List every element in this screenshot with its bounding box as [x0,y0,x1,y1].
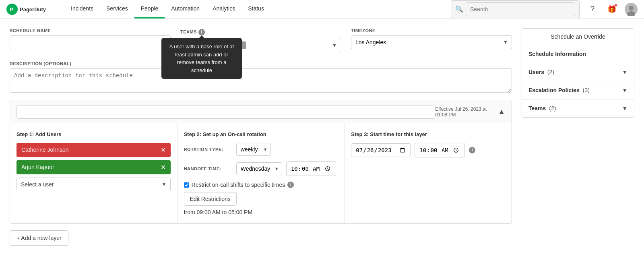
escalation-section-header[interactable]: Escalation Policies (3) ▼ [522,81,634,99]
teams-label-row: TEAMS i A user with a base role of at le… [180,28,341,35]
restrict-checkbox[interactable] [184,182,189,188]
gift-badge [614,4,617,7]
select-user-wrapper: Select a user ▼ [17,178,171,191]
step2-col: Step 2: Set up an On-call rotation ROTAT… [178,123,345,224]
rotation-type-select-wrapper: weekly daily custom ▼ [236,143,271,156]
restrict-info-icon[interactable]: i [287,182,294,188]
search-icon: 🔍 [455,5,463,13]
svg-text:P: P [10,6,13,12]
rotation-type-row: ROTATION TYPE: weekly daily custom ▼ [184,143,338,156]
svg-text:PagerDuty: PagerDuty [20,6,46,12]
gift-button[interactable]: 🎁 [605,3,618,16]
restrict-label: Restrict on-call shifts to specific time… [192,182,285,188]
select-user-dropdown[interactable]: Select a user [17,178,171,191]
search-bar: 🔍 [451,0,580,18]
step1-title: Step 1: Add Users [17,131,171,137]
teams-section: Teams (2) ▼ [522,99,634,117]
users-section-title: Users (2) [528,69,554,75]
nav-status[interactable]: Status [242,0,270,19]
nav-services[interactable]: Services [100,0,134,19]
main-content: SCHEDULE NAME [KS] Scribe Primary TEAMS … [0,19,644,255]
layer-effective-text: Effective Jul 26, 2023 at 01:08 PM [435,106,498,118]
top-nav: P PagerDuty Incidents Services People Au… [0,0,644,19]
users-section-chevron-icon: ▼ [622,69,627,75]
teams-input[interactable]: Executive Stakeholders ▼ [180,38,341,53]
schedule-override-button[interactable]: Schedule an Override [522,29,634,45]
nav-people[interactable]: People [134,0,165,19]
escalation-section-title: Escalation Policies (3) [528,87,590,93]
users-section: Users (2) ▼ [522,63,634,81]
description-group: DESCRIPTION (OPTIONAL) [10,61,512,93]
handoff-day-select-wrapper: Wednesday Sunday Monday Tuesday Thursday… [236,162,282,175]
nav-links: Incidents Services People Automation Ana… [64,0,451,19]
step1-col: Step 1: Add Users Catherine Johnson ✕ Ar… [10,123,178,224]
teams-info-icon[interactable]: i [198,29,205,35]
remove-user-1-button[interactable]: ✕ [161,163,166,171]
timezone-group: TIMEZONE Los Angeles ▼ [351,28,512,53]
user-item: Arjun Kapoor ✕ [17,160,171,174]
teams-count: (2) [549,105,556,112]
layer-name-input[interactable]: Layer 1 [17,105,435,119]
escalation-section: Escalation Policies (3) ▼ [522,81,634,99]
timezone-select-wrapper: Los Angeles ▼ [351,35,512,49]
teams-info-wrapper: i A user with a base role of at least ad… [198,28,205,35]
teams-chevron-icon: ▼ [332,43,337,48]
teams-label: TEAMS [180,29,197,34]
schedule-info-title: Schedule Information [528,51,586,57]
schedule-name-input[interactable]: [KS] Scribe Primary [10,35,171,49]
layer-header: Layer 1 Effective Jul 26, 2023 at 01:08 … [10,101,512,123]
nav-incidents[interactable]: Incidents [64,0,100,19]
rotation-type-label: ROTATION TYPE: [184,147,232,152]
description-label: DESCRIPTION (OPTIONAL) [10,61,512,66]
nav-automation[interactable]: Automation [165,0,206,19]
edit-restrictions-button[interactable]: Edit Restrictions [184,192,237,206]
remove-user-0-button[interactable]: ✕ [161,146,166,154]
schedule-name-group: SCHEDULE NAME [KS] Scribe Primary [10,28,171,53]
help-button[interactable]: ? [586,3,599,16]
right-panel-card: Schedule an Override Schedule Informatio… [522,28,634,118]
schedule-info-header[interactable]: Schedule Information [522,45,634,63]
user-name: Catherine Johnson [21,147,69,153]
users-count: (2) [547,69,554,75]
start-time-row: i [351,143,505,158]
add-layer-button[interactable]: + Add a new layer [10,230,68,246]
search-input[interactable] [466,2,575,16]
timezone-label: TIMEZONE [351,28,512,33]
layer-collapse-button[interactable]: ▲ [498,108,505,116]
layer-steps: Step 1: Add Users Catherine Johnson ✕ Ar… [10,123,512,224]
handoff-time-row: HANDOFF TIME: Wednesday Sunday Monday Tu… [184,161,338,176]
users-section-header[interactable]: Users (2) ▼ [522,63,634,81]
timezone-select[interactable]: Los Angeles [351,35,512,49]
start-time-input[interactable] [415,143,465,158]
step3-title: Step 3: Start time for this layer [351,131,505,137]
svg-point-4 [629,6,634,10]
right-panel: Schedule an Override Schedule Informatio… [522,28,634,246]
logo[interactable]: P PagerDuty [6,4,55,15]
schedule-info-section: Schedule Information [522,45,634,63]
teams-section-header[interactable]: Teams (2) ▼ [522,99,634,117]
step3-col: Step 3: Start time for this layer i [345,123,512,224]
user-item: Catherine Johnson ✕ [17,143,171,157]
start-date-input[interactable] [351,143,411,157]
rotation-type-select[interactable]: weekly daily custom [236,143,271,156]
teams-group: TEAMS i A user with a base role of at le… [180,28,341,53]
start-time-info-icon[interactable]: i [469,147,475,153]
form-row-1: SCHEDULE NAME [KS] Scribe Primary TEAMS … [10,28,512,53]
handoff-time-label: HANDOFF TIME: [184,166,232,171]
description-section: DESCRIPTION (OPTIONAL) [10,61,512,93]
team-tag: Executive Stakeholders [185,41,246,49]
teams-section-title: Teams (2) [528,105,556,112]
schedule-name-label: SCHEDULE NAME [10,28,171,33]
nav-analytics[interactable]: Analytics [206,0,242,19]
layer-card: Layer 1 Effective Jul 26, 2023 at 01:08 … [10,101,512,224]
teams-section-chevron-icon: ▼ [622,105,627,112]
handoff-time-input[interactable] [286,161,336,176]
escalation-chevron-icon: ▼ [622,87,627,93]
handoff-day-select[interactable]: Wednesday Sunday Monday Tuesday Thursday… [236,162,282,175]
step2-title: Step 2: Set up an On-call rotation [184,131,338,137]
description-textarea[interactable] [10,68,512,93]
escalation-count: (3) [583,87,590,93]
left-panel: SCHEDULE NAME [KS] Scribe Primary TEAMS … [10,28,522,246]
restrict-row: Restrict on-call shifts to specific time… [184,182,338,188]
avatar[interactable] [625,3,638,16]
